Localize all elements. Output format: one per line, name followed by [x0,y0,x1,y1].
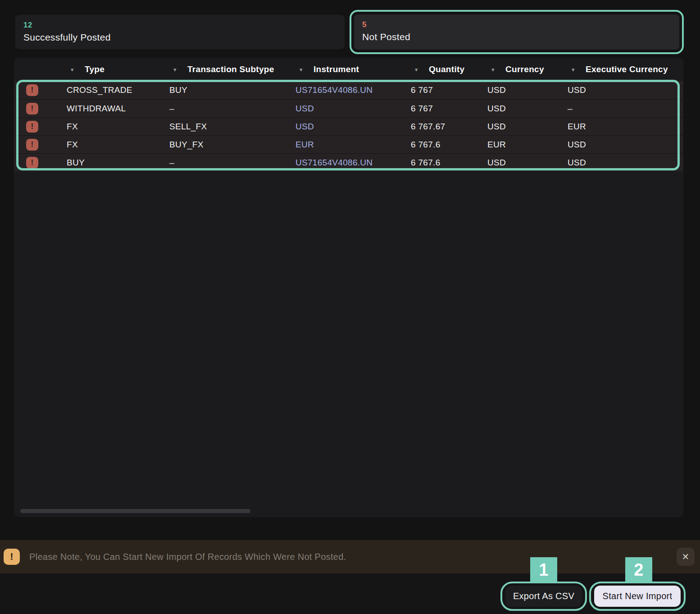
not-posted-count: 5 [362,19,671,30]
cell-quantity: 6 767.6 [411,158,487,168]
horizontal-scrollbar[interactable] [20,509,250,513]
instrument-link[interactable]: US71654V4086.UN [295,158,411,168]
cell-type: FX [67,122,169,132]
cell-executive-currency: EUR [568,122,683,132]
cell-currency: USD [487,85,568,95]
import-results-screen: 12 Successfully Posted 5 Not Posted ▾ Ty… [0,0,700,614]
summary-card-posted[interactable]: 12 Successfully Posted [15,15,345,49]
cell-executive-currency: – [568,104,683,114]
instrument-link[interactable]: USD [295,122,411,132]
instrument-link[interactable]: USD [295,104,411,114]
column-label: Quantity [429,64,464,74]
cell-currency: USD [487,158,568,168]
start-new-import-button[interactable]: Start New Import [594,586,681,607]
cell-quantity: 6 767.67 [411,122,487,132]
table-body: ! CROSS_TRADE BUY US71654V4086.UN 6 767 … [14,81,683,171]
cell-subtype: BUY [169,85,295,95]
column-header-executive-currency[interactable]: ▾ Executive Currency [568,64,683,74]
not-posted-label: Not Posted [362,30,671,44]
cell-type: BUY [67,158,169,168]
cell-type: CROSS_TRADE [67,85,169,95]
summary-card-not-posted[interactable]: 5 Not Posted [354,14,679,50]
column-header-type[interactable]: ▾ Type [67,64,169,74]
chevron-down-icon[interactable]: ▾ [173,67,179,73]
error-icon: ! [26,121,38,133]
error-icon: ! [26,139,38,151]
column-label: Type [85,64,105,74]
table-row[interactable]: ! CROSS_TRADE BUY US71654V4086.UN 6 767 … [14,81,683,99]
cell-executive-currency: USD [568,85,683,95]
cell-subtype: – [169,158,295,168]
annotation-badge-2: 2 [625,557,652,582]
error-icon: ! [26,84,38,96]
instrument-link[interactable]: EUR [295,140,411,150]
instrument-link[interactable]: US71654V4086.UN [295,85,411,95]
cell-quantity: 6 767 [411,104,487,114]
posted-count: 12 [23,20,336,31]
table-header: ▾ Type ▾ Transaction Subtype ▾ Instrumen… [14,58,683,81]
column-header-currency[interactable]: ▾ Currency [487,64,568,74]
cell-currency: USD [487,104,568,114]
table-row[interactable]: ! FX BUY_FX EUR 6 767.6 EUR USD [14,135,683,153]
cell-quantity: 6 767.6 [411,140,487,150]
close-icon: ✕ [682,551,690,562]
column-label: Instrument [314,64,359,74]
cell-currency: USD [487,122,568,132]
column-label: Currency [505,64,544,74]
chevron-down-icon[interactable]: ▾ [491,67,497,73]
chevron-down-icon[interactable]: ▾ [71,67,77,73]
table-row[interactable]: ! BUY – US71654V4086.UN 6 767.6 USD USD [14,153,683,171]
error-icon: ! [26,103,38,115]
annotation-badge-1: 1 [530,557,557,582]
column-label: Executive Currency [586,64,668,74]
column-header-quantity[interactable]: ▾ Quantity [411,64,487,74]
close-button[interactable]: ✕ [677,548,695,566]
table-row[interactable]: ! FX SELL_FX USD 6 767.67 USD EUR [14,117,683,135]
error-icon: ! [26,157,38,169]
column-header-transaction-subtype[interactable]: ▾ Transaction Subtype [169,64,295,74]
export-csv-button[interactable]: Export As CSV [505,586,582,607]
chevron-down-icon[interactable]: ▾ [572,67,577,73]
column-header-instrument[interactable]: ▾ Instrument [295,64,411,74]
posted-label: Successfully Posted [23,31,336,44]
notification-message: Please Note, You Can Start New Import Of… [29,540,346,573]
cell-currency: EUR [487,140,568,150]
cell-type: FX [67,140,169,150]
column-label: Transaction Subtype [187,64,274,74]
cell-subtype: BUY_FX [169,140,295,150]
cell-executive-currency: USD [568,158,683,168]
table-row[interactable]: ! WITHDRAWAL – USD 6 767 USD – [14,99,683,117]
cell-executive-currency: USD [568,140,683,150]
notification-bar: ! Please Note, You Can Start New Import … [0,540,700,573]
chevron-down-icon[interactable]: ▾ [300,67,305,73]
cell-subtype: SELL_FX [169,122,295,132]
warning-icon: ! [4,549,20,565]
chevron-down-icon[interactable]: ▾ [415,67,421,73]
cell-type: WITHDRAWAL [67,104,169,114]
cell-subtype: – [169,104,295,114]
records-table: ▾ Type ▾ Transaction Subtype ▾ Instrumen… [14,58,683,517]
cell-quantity: 6 767 [411,85,487,95]
